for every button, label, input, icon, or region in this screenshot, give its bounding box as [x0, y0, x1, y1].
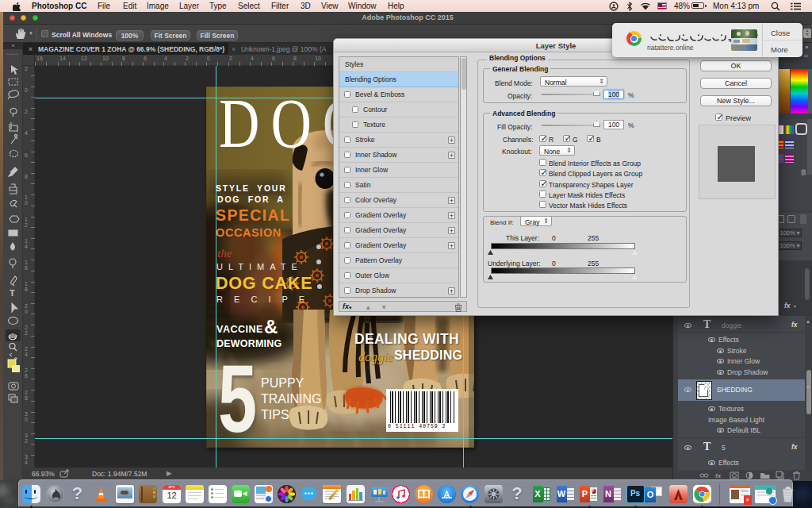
svg-text:T: T	[10, 288, 15, 298]
svg-text:fx: fx	[715, 472, 722, 479]
